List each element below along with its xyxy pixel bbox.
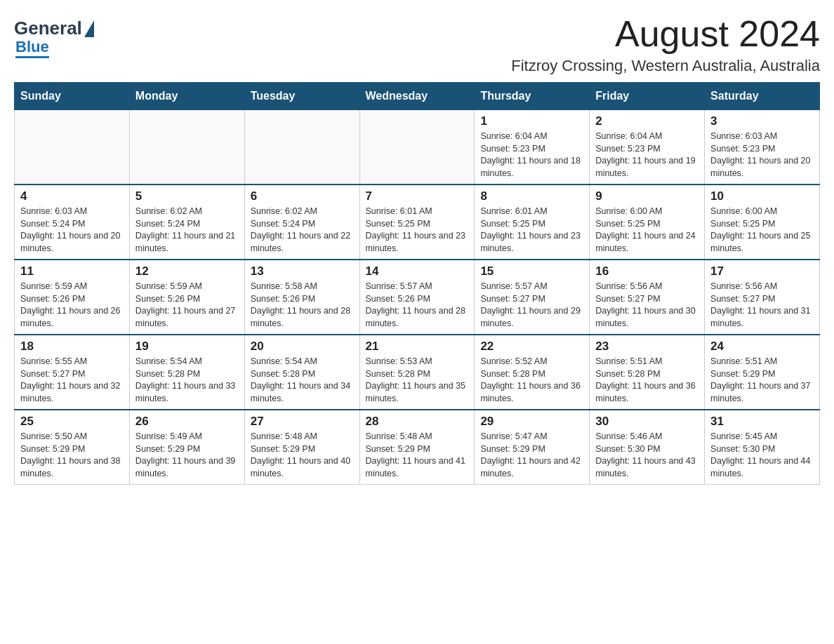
day-sun-info: Sunrise: 6:03 AMSunset: 5:23 PMDaylight:… <box>710 130 814 180</box>
day-sun-info: Sunrise: 6:03 AMSunset: 5:24 PMDaylight:… <box>20 206 124 255</box>
day-number: 12 <box>135 264 239 279</box>
day-sun-info: Sunrise: 5:57 AMSunset: 5:27 PMDaylight:… <box>480 281 583 330</box>
logo: General Blue <box>14 18 95 56</box>
calendar-day-cell: 16Sunrise: 5:56 AMSunset: 5:27 PMDayligh… <box>590 260 705 335</box>
calendar-day-cell: 21Sunrise: 5:53 AMSunset: 5:28 PMDayligh… <box>359 335 475 410</box>
calendar-day-cell: 26Sunrise: 5:49 AMSunset: 5:29 PMDayligh… <box>129 410 244 485</box>
calendar-day-cell: 24Sunrise: 5:51 AMSunset: 5:29 PMDayligh… <box>705 335 820 410</box>
day-sun-info: Sunrise: 6:01 AMSunset: 5:25 PMDaylight:… <box>480 206 583 255</box>
day-sun-info: Sunrise: 5:47 AMSunset: 5:29 PMDaylight:… <box>480 431 583 480</box>
calendar-week-row: 1Sunrise: 6:04 AMSunset: 5:23 PMDaylight… <box>15 110 820 185</box>
day-number: 22 <box>480 340 583 354</box>
calendar-day-cell: 10Sunrise: 6:00 AMSunset: 5:25 PMDayligh… <box>705 185 820 260</box>
calendar-day-cell: 29Sunrise: 5:47 AMSunset: 5:29 PMDayligh… <box>475 410 590 485</box>
day-number: 8 <box>480 189 583 203</box>
day-sun-info: Sunrise: 5:45 AMSunset: 5:30 PMDaylight:… <box>710 431 814 480</box>
day-number: 27 <box>251 415 354 429</box>
calendar-day-cell: 15Sunrise: 5:57 AMSunset: 5:27 PMDayligh… <box>475 260 590 335</box>
calendar-day-cell: 1Sunrise: 6:04 AMSunset: 5:23 PMDaylight… <box>475 110 590 185</box>
day-number: 17 <box>710 264 814 279</box>
day-number: 15 <box>480 264 583 279</box>
day-sun-info: Sunrise: 5:54 AMSunset: 5:28 PMDaylight:… <box>135 356 239 405</box>
month-year-title: August 2024 <box>511 14 820 54</box>
page-header: General Blue August 2024 Fitzroy Crossin… <box>14 14 820 75</box>
col-header-monday: Monday <box>129 83 244 110</box>
calendar-day-cell: 27Sunrise: 5:48 AMSunset: 5:29 PMDayligh… <box>244 410 359 485</box>
day-sun-info: Sunrise: 5:51 AMSunset: 5:29 PMDaylight:… <box>710 356 814 405</box>
calendar-day-cell: 7Sunrise: 6:01 AMSunset: 5:25 PMDaylight… <box>359 185 475 260</box>
col-header-thursday: Thursday <box>475 83 590 110</box>
calendar-day-cell: 17Sunrise: 5:56 AMSunset: 5:27 PMDayligh… <box>705 260 820 335</box>
day-number: 29 <box>480 415 583 429</box>
calendar-day-cell: 25Sunrise: 5:50 AMSunset: 5:29 PMDayligh… <box>15 410 130 485</box>
day-sun-info: Sunrise: 5:59 AMSunset: 5:26 PMDaylight:… <box>20 281 124 330</box>
day-sun-info: Sunrise: 5:51 AMSunset: 5:28 PMDaylight:… <box>595 356 699 405</box>
logo-general-text: General <box>14 18 82 39</box>
calendar-day-cell: 19Sunrise: 5:54 AMSunset: 5:28 PMDayligh… <box>129 335 244 410</box>
day-sun-info: Sunrise: 5:57 AMSunset: 5:26 PMDaylight:… <box>366 281 469 330</box>
day-number: 30 <box>595 415 699 429</box>
calendar-day-cell: 20Sunrise: 5:54 AMSunset: 5:28 PMDayligh… <box>244 335 359 410</box>
day-number: 11 <box>20 264 124 279</box>
calendar-day-cell: 28Sunrise: 5:48 AMSunset: 5:29 PMDayligh… <box>359 410 475 485</box>
calendar-day-cell <box>15 110 130 185</box>
day-number: 14 <box>366 264 469 279</box>
day-number: 26 <box>135 415 239 429</box>
logo-triangle-icon <box>84 20 94 37</box>
day-number: 28 <box>366 415 469 429</box>
day-sun-info: Sunrise: 5:53 AMSunset: 5:28 PMDaylight:… <box>366 356 469 405</box>
day-number: 4 <box>20 189 124 203</box>
day-sun-info: Sunrise: 5:54 AMSunset: 5:28 PMDaylight:… <box>251 356 354 405</box>
day-number: 25 <box>20 415 124 429</box>
day-number: 6 <box>251 189 354 203</box>
calendar-day-cell <box>129 110 244 185</box>
day-sun-info: Sunrise: 6:04 AMSunset: 5:23 PMDaylight:… <box>480 130 583 180</box>
day-number: 18 <box>20 340 124 354</box>
col-header-sunday: Sunday <box>15 83 130 110</box>
col-header-saturday: Saturday <box>705 83 820 110</box>
calendar-day-cell: 18Sunrise: 5:55 AMSunset: 5:27 PMDayligh… <box>15 335 130 410</box>
day-sun-info: Sunrise: 5:56 AMSunset: 5:27 PMDaylight:… <box>595 281 699 330</box>
calendar-header-row: Sunday Monday Tuesday Wednesday Thursday… <box>15 83 820 110</box>
day-sun-info: Sunrise: 6:04 AMSunset: 5:23 PMDaylight:… <box>595 130 699 180</box>
day-number: 2 <box>595 114 699 128</box>
calendar-week-row: 18Sunrise: 5:55 AMSunset: 5:27 PMDayligh… <box>15 335 820 410</box>
calendar-day-cell: 5Sunrise: 6:02 AMSunset: 5:24 PMDaylight… <box>129 185 244 260</box>
day-number: 9 <box>595 189 699 203</box>
day-number: 10 <box>710 189 814 203</box>
day-number: 16 <box>595 264 699 279</box>
calendar-day-cell: 13Sunrise: 5:58 AMSunset: 5:26 PMDayligh… <box>244 260 359 335</box>
calendar-day-cell <box>359 110 475 185</box>
day-number: 23 <box>595 340 699 354</box>
calendar-day-cell: 14Sunrise: 5:57 AMSunset: 5:26 PMDayligh… <box>359 260 475 335</box>
calendar-table: Sunday Monday Tuesday Wednesday Thursday… <box>14 82 820 485</box>
day-sun-info: Sunrise: 5:48 AMSunset: 5:29 PMDaylight:… <box>366 431 469 480</box>
calendar-week-row: 11Sunrise: 5:59 AMSunset: 5:26 PMDayligh… <box>15 260 820 335</box>
day-number: 5 <box>135 189 239 203</box>
calendar-week-row: 4Sunrise: 6:03 AMSunset: 5:24 PMDaylight… <box>15 185 820 260</box>
location-subtitle: Fitzroy Crossing, Western Australia, Aus… <box>511 57 820 75</box>
title-area: August 2024 Fitzroy Crossing, Western Au… <box>511 14 820 75</box>
day-sun-info: Sunrise: 5:52 AMSunset: 5:28 PMDaylight:… <box>480 356 583 405</box>
calendar-day-cell: 6Sunrise: 6:02 AMSunset: 5:24 PMDaylight… <box>244 185 359 260</box>
day-number: 19 <box>135 340 239 354</box>
logo-blue-text: Blue <box>15 38 49 58</box>
calendar-day-cell: 2Sunrise: 6:04 AMSunset: 5:23 PMDaylight… <box>590 110 705 185</box>
calendar-day-cell: 30Sunrise: 5:46 AMSunset: 5:30 PMDayligh… <box>590 410 705 485</box>
day-number: 3 <box>710 114 814 128</box>
day-number: 20 <box>251 340 354 354</box>
day-sun-info: Sunrise: 5:50 AMSunset: 5:29 PMDaylight:… <box>20 431 124 480</box>
day-number: 31 <box>710 415 814 429</box>
calendar-week-row: 25Sunrise: 5:50 AMSunset: 5:29 PMDayligh… <box>15 410 820 485</box>
day-sun-info: Sunrise: 6:00 AMSunset: 5:25 PMDaylight:… <box>595 206 699 255</box>
day-number: 24 <box>710 340 814 354</box>
col-header-friday: Friday <box>590 83 705 110</box>
day-number: 7 <box>366 189 469 203</box>
day-sun-info: Sunrise: 6:01 AMSunset: 5:25 PMDaylight:… <box>366 206 469 255</box>
calendar-day-cell: 8Sunrise: 6:01 AMSunset: 5:25 PMDaylight… <box>475 185 590 260</box>
col-header-tuesday: Tuesday <box>244 83 359 110</box>
day-sun-info: Sunrise: 5:59 AMSunset: 5:26 PMDaylight:… <box>135 281 239 330</box>
calendar-day-cell: 9Sunrise: 6:00 AMSunset: 5:25 PMDaylight… <box>590 185 705 260</box>
calendar-day-cell: 23Sunrise: 5:51 AMSunset: 5:28 PMDayligh… <box>590 335 705 410</box>
day-sun-info: Sunrise: 5:48 AMSunset: 5:29 PMDaylight:… <box>251 431 354 480</box>
